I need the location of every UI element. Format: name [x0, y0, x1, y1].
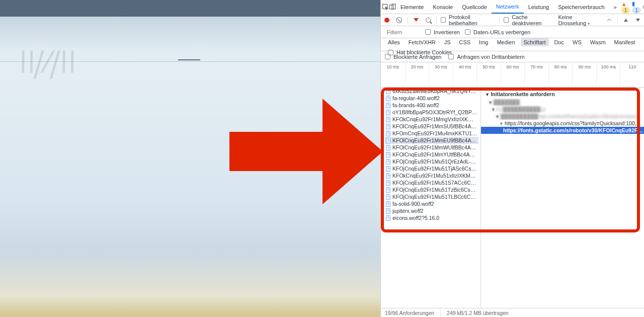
inspect-icon[interactable]: [382, 2, 389, 13]
third-party-checkbox[interactable]: Anfragen von Drittanbietern: [448, 54, 525, 60]
invert-checkbox[interactable]: Invertieren: [425, 29, 460, 35]
type-wasm[interactable]: Wasm: [587, 38, 609, 46]
callout-frame: [381, 88, 640, 232]
timeline-tick: 40 ms: [453, 63, 477, 88]
type-manifest[interactable]: Manifest: [611, 38, 638, 46]
preserve-log-label: Protokoll beibehalten: [449, 14, 495, 26]
timeline-tick: 70 ms: [524, 63, 548, 88]
blocked-bar: Blockierte Anfragen Anfragen von Drittan…: [381, 51, 644, 62]
type-js[interactable]: JS: [441, 38, 454, 46]
timeline-tick: 50 ms: [476, 63, 501, 88]
timeline-tick: 90 ms: [572, 63, 596, 88]
page-header-band: [0, 0, 380, 17]
online-icon[interactable]: [605, 16, 613, 25]
status-size: 249 kB/1.2 MB übertragen: [447, 310, 509, 316]
device-icon[interactable]: [389, 2, 396, 13]
hide-data-urls-label: Daten-URLs verbergen: [473, 29, 530, 35]
devtools-panel: ElementeKonsoleQuellcodeNetzwerkLeistung…: [380, 0, 644, 317]
devtools-tabbar: ElementeKonsoleQuellcodeNetzwerkLeistung…: [381, 0, 644, 14]
type-doc[interactable]: Doc: [551, 38, 568, 46]
svg-rect-1: [389, 5, 393, 9]
blocked-requests-label: Blockierte Anfragen: [393, 54, 441, 60]
timeline-tick: 60 ms: [501, 63, 525, 88]
record-icon[interactable]: [383, 16, 391, 25]
status-count: 19/96 Anforderungen: [385, 310, 434, 316]
type-filter-bar: AllesFetch/XHRJSCSSImgMedienSchriftartDo…: [381, 38, 644, 51]
timeline-tick: 110: [620, 63, 644, 88]
hide-data-urls-checkbox[interactable]: Daten-URLs verbergen: [465, 29, 530, 35]
tab-konsole[interactable]: Konsole: [428, 0, 457, 14]
timeline-tick: 20 ms: [405, 63, 429, 88]
import-icon[interactable]: [622, 16, 630, 25]
disable-cache-label: Cache deaktivieren: [512, 14, 554, 26]
type-sonstige[interactable]: Sonstige: [640, 38, 644, 46]
timeline-tick: 10 ms: [381, 63, 405, 88]
type-ws[interactable]: WS: [570, 38, 585, 46]
tab-speicherverbrauch[interactable]: Speicherverbrauch: [553, 0, 609, 14]
overview-timeline[interactable]: 10 ms20 ms30 ms40 ms50 ms60 ms70 ms80 ms…: [381, 62, 644, 88]
filter-input[interactable]: [385, 29, 420, 36]
type-medien[interactable]: Medien: [494, 38, 518, 46]
warn-badge[interactable]: ▲ 1: [621, 1, 630, 13]
third-party-label: Anfragen von Drittanbietern: [457, 54, 525, 60]
network-toolbar: Protokoll beibehalten Cache deaktivieren…: [381, 14, 644, 26]
nav-underline: [178, 59, 200, 60]
tab-netzwerk[interactable]: Netzwerk: [492, 0, 524, 14]
request-area: 6xKtdSZaM9iE8KbpRA_hK1QNYuDyPw.woff2fa-r…: [381, 88, 644, 308]
tab-quellcode[interactable]: Quellcode: [457, 0, 492, 14]
timeline-tick: 100 ms: [596, 63, 620, 88]
callout-arrow: [229, 99, 385, 204]
search-icon[interactable]: [424, 16, 432, 25]
timeline-tick: 80 ms: [548, 63, 573, 88]
invert-label: Invertieren: [434, 29, 460, 35]
status-bar: 19/96 Anforderungen 249 kB/1.2 MB übertr…: [381, 308, 644, 317]
page-bg-texture: \\|/|\\: [12, 62, 89, 88]
preserve-log-checkbox[interactable]: Protokoll beibehalten: [441, 14, 495, 26]
type-alles[interactable]: Alles: [385, 38, 403, 46]
filter-bar: Invertieren Daten-URLs verbergen: [381, 26, 644, 38]
blocked-requests-checkbox[interactable]: Blockierte Anfragen: [385, 54, 441, 60]
clear-icon[interactable]: [395, 16, 403, 25]
type-img[interactable]: Img: [476, 38, 491, 46]
export-icon[interactable]: [634, 16, 642, 25]
tab-elemente[interactable]: Elemente: [396, 0, 428, 14]
type-fetch-xhr[interactable]: Fetch/XHR: [406, 38, 439, 46]
tab-overflow[interactable]: »: [609, 0, 621, 14]
throttling-select[interactable]: Keine Drosselung ▾: [558, 14, 601, 26]
timeline-tick: 30 ms: [429, 63, 453, 88]
type-schriftart[interactable]: Schriftart: [521, 38, 549, 46]
tab-leistung[interactable]: Leistung: [524, 0, 554, 14]
disable-cache-checkbox[interactable]: Cache deaktivieren: [504, 14, 554, 26]
filter-icon[interactable]: [412, 16, 420, 25]
type-css[interactable]: CSS: [456, 38, 473, 46]
info-badge[interactable]: ▮ 1: [632, 1, 641, 13]
